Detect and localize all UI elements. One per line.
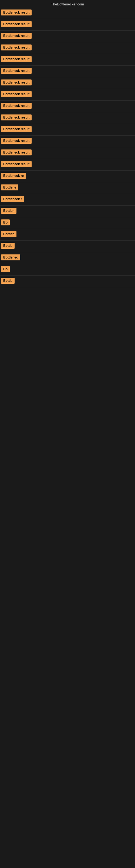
bottleneck-row: Bo (0, 264, 135, 276)
bottleneck-row: Bottleneck result (0, 147, 135, 159)
site-title: TheBottlenecker.com (0, 0, 135, 7)
bottleneck-row: Bottle (0, 241, 135, 252)
bottleneck-badge[interactable]: Bottleneck result (1, 68, 32, 74)
bottleneck-row: Bottleneck result (0, 77, 135, 89)
bottleneck-row: Bottleneck result (0, 31, 135, 42)
bottleneck-row: Bottle (0, 276, 135, 287)
bottleneck-badge[interactable]: Bottleneck result (1, 56, 32, 62)
bottleneck-badge[interactable]: Bottleneck result (1, 115, 32, 120)
bottleneck-badge[interactable]: Bottleneck result (1, 103, 32, 109)
bottleneck-row: Bottleneck result (0, 7, 135, 19)
bottleneck-row: Bottlenec (0, 252, 135, 264)
bottleneck-badge[interactable]: Bottlen (1, 208, 16, 214)
bottleneck-row: Bottleneck result (0, 89, 135, 101)
bottleneck-badge[interactable]: Bottleneck result (1, 21, 32, 27)
bottleneck-badge[interactable]: Bottleneck result (1, 150, 32, 155)
bottleneck-badge[interactable]: Bottlen (1, 231, 16, 237)
bottleneck-badge[interactable]: Bottleneck result (1, 126, 32, 132)
bottleneck-badge[interactable]: Bottleneck r (1, 196, 24, 202)
bottleneck-row: Bottleneck r (0, 194, 135, 206)
bottleneck-badge[interactable]: Bottleneck result (1, 80, 32, 86)
bottleneck-row: Bottleneck result (0, 66, 135, 77)
bottleneck-row: Bo (0, 217, 135, 229)
bottleneck-row: Bottleneck result (0, 112, 135, 124)
bottleneck-badge[interactable]: Bottlene (1, 184, 18, 190)
bottleneck-row: Bottleneck result (0, 19, 135, 31)
bottleneck-badge[interactable]: Bottleneck result (1, 161, 32, 167)
bottleneck-badge[interactable]: Bottle (1, 278, 14, 284)
bottleneck-row: Bottleneck re (0, 170, 135, 182)
bottleneck-badge[interactable]: Bottleneck result (1, 138, 32, 144)
bottleneck-badge[interactable]: Bottleneck result (1, 44, 32, 51)
bottleneck-badge[interactable]: Bo (1, 266, 10, 272)
bottleneck-badge[interactable]: Bottleneck re (1, 173, 26, 179)
bottleneck-badge[interactable]: Bo (1, 219, 10, 225)
bottleneck-row: Bottleneck result (0, 54, 135, 66)
bottleneck-row: Bottlen (0, 206, 135, 217)
bottleneck-badge[interactable]: Bottleneck result (1, 9, 32, 16)
bottleneck-badge[interactable]: Bottlenec (1, 254, 20, 260)
bottleneck-badge[interactable]: Bottle (1, 243, 14, 249)
bottleneck-row: Bottleneck result (0, 42, 135, 54)
bottleneck-row: Bottleneck result (0, 159, 135, 170)
bottleneck-row: Bottleneck result (0, 101, 135, 112)
bottleneck-row: Bottlene (0, 182, 135, 194)
bottleneck-badge[interactable]: Bottleneck result (1, 33, 32, 39)
bottleneck-badge[interactable]: Bottleneck result (1, 91, 32, 97)
bottleneck-row: Bottlen (0, 229, 135, 241)
bottleneck-row: Bottleneck result (0, 135, 135, 147)
bottleneck-row: Bottleneck result (0, 124, 135, 135)
